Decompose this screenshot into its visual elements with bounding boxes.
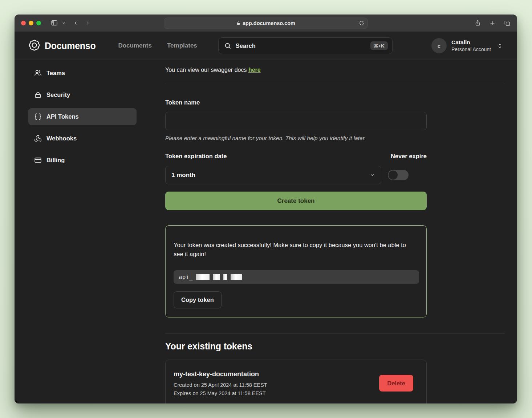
main-nav: Documents Templates [118,42,197,49]
braces-icon [34,113,42,120]
token-created-alert: Your token was created successfully! Mak… [165,225,427,317]
token-name-label: Token name [165,99,427,106]
expiration-select[interactable]: 1 month [165,166,381,184]
credit-card-icon [34,156,42,164]
search-shortcut-badge: ⌘+K [370,41,388,50]
reload-icon[interactable] [359,21,364,26]
redacted-token [196,274,242,280]
existing-tokens-heading: Your existing tokens [165,341,505,352]
brand-name: Documenso [45,41,96,51]
token-list-item: my-test-key-documentation Created on 25 … [165,360,427,404]
sidebar-item-teams[interactable]: Teams [28,65,137,82]
brand-logo[interactable]: Documenso [28,39,96,53]
divider [165,333,505,334]
avatar: c [431,38,447,53]
expiration-value: 1 month [171,172,195,179]
token-name-helper: Please enter a meaningful name for your … [165,135,427,142]
back-button[interactable] [73,20,78,26]
documenso-logo-icon [28,39,40,53]
token-created-message: Your token was created successfully! Mak… [174,241,417,259]
sidebar-item-label: API Tokens [46,113,79,120]
sidebar-item-billing[interactable]: Billing [28,152,137,169]
divider [165,84,505,84]
create-token-button[interactable]: Create token [165,192,427,210]
sidebar-menu-chevron-icon[interactable] [62,21,66,25]
token-name: my-test-key-documentation [174,370,379,378]
account-menu[interactable]: c Catalin Personal Account [431,38,503,53]
zoom-window-button[interactable] [36,21,41,25]
webhook-icon [34,135,42,142]
copy-token-button[interactable]: Copy token [174,291,222,308]
api-tokens-panel: You can view our swagger docs here Token… [151,60,517,403]
expiration-label: Token expiration date [165,153,227,160]
window-controls [21,21,41,25]
tab-overview-icon[interactable] [504,20,511,26]
url-text: app.documenso.com [243,20,295,26]
page-content: Teams Security API Tokens [15,60,517,403]
tls-lock-icon [236,21,240,25]
browser-toolbar: app.documenso.com [15,15,517,32]
desktop-background: app.documenso.com [0,0,532,418]
minimize-window-button[interactable] [29,21,33,25]
address-bar[interactable]: app.documenso.com [164,17,368,29]
nav-templates[interactable]: Templates [167,42,197,49]
chevron-down-icon [370,172,375,178]
token-prefix: api_ [179,274,193,280]
delete-token-button[interactable]: Delete [379,375,413,392]
close-window-button[interactable] [21,21,26,25]
browser-window: app.documenso.com [15,15,517,403]
sidebar-item-label: Webhooks [46,135,77,142]
settings-sidebar: Teams Security API Tokens [15,60,151,403]
lock-icon [34,91,42,99]
forward-button[interactable] [85,20,90,26]
sidebar-item-api-tokens[interactable]: API Tokens [28,108,137,125]
search-icon [224,42,231,49]
swagger-text: You can view our swagger docs [165,67,248,73]
sidebar-item-security[interactable]: Security [28,86,137,103]
sidebar-item-label: Teams [46,70,65,77]
sidebar-toggle-icon[interactable] [50,20,58,26]
share-icon[interactable] [475,20,481,26]
users-icon [34,69,42,77]
swagger-docs-link[interactable]: here [248,67,261,73]
token-expires-date: Expires on 25 May 2024 at 11:58 EEST [174,390,379,396]
sidebar-item-label: Security [46,91,70,98]
search-placeholder: Search [236,42,256,49]
never-expire-toggle[interactable] [388,170,409,180]
token-name-input[interactable] [165,112,427,130]
toggle-knob [389,171,398,180]
nav-documents[interactable]: Documents [118,42,152,49]
account-type: Personal Account [451,46,491,53]
account-name: Catalin [451,39,491,46]
search-input[interactable]: Search ⌘+K [218,37,393,54]
token-value-field[interactable]: api_ [174,270,419,284]
sidebar-item-label: Billing [46,157,65,164]
token-created-date: Created on 25 April 2024 at 11:58 EEST [174,382,379,388]
new-tab-icon[interactable] [490,20,495,26]
swagger-docs-text: You can view our swagger docs here [165,65,505,73]
never-expire-label: Never expire [391,153,427,160]
sidebar-item-webhooks[interactable]: Webhooks [28,130,137,147]
app-header: Documenso Documents Templates Search ⌘+K… [15,32,517,60]
chevrons-up-down-icon [497,43,503,49]
